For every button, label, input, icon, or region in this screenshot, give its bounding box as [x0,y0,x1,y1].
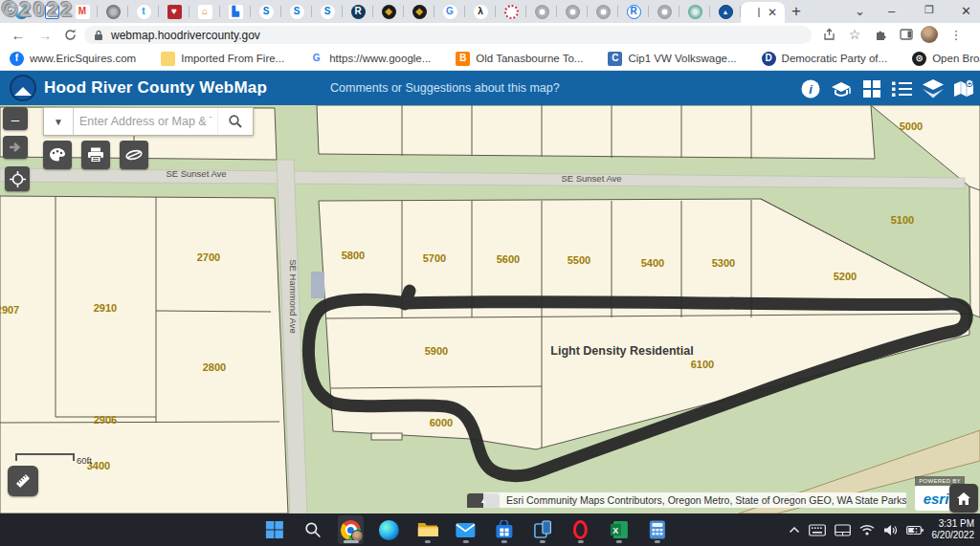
tray-chevron-icon[interactable] [789,526,800,534]
back-icon[interactable]: ← [10,26,27,43]
mail-icon[interactable] [453,515,479,544]
extensions-icon[interactable] [873,26,890,43]
share-icon[interactable] [821,26,838,43]
bookmark-item[interactable]: BOld Tanasbourne To... [456,52,583,66]
democrat-icon: D [762,52,776,66]
map-label: 5300 [712,257,735,269]
pinned-tab-chromium[interactable] [557,0,588,23]
map-label: 5900 [425,345,448,357]
forward-icon[interactable]: → [36,26,54,43]
bookmark-star-icon[interactable]: ☆ [846,26,863,43]
pinned-tab-orange-home[interactable]: ⌂ [189,0,220,23]
pinned-tab-skype-s[interactable]: S [281,0,312,23]
search-button[interactable] [300,515,325,544]
bookmark-item[interactable]: Ghttps://www.google... [309,52,431,66]
bookmark-item[interactable]: ⊙Open Broadcaster S... [912,52,980,66]
battery-icon[interactable] [906,525,924,535]
search-dropdown-icon[interactable]: ▼ [44,108,74,135]
system-tray: 3:31 PM 6/20/2022 [789,518,975,542]
reload-icon[interactable] [61,26,78,43]
pinned-tab-blue-r[interactable]: R [618,0,649,23]
info-button[interactable]: i [797,76,823,101]
measure-button[interactable] [8,466,38,496]
tab-search-icon[interactable]: ⌄ [855,4,865,18]
folder-icon [161,52,175,66]
pinned-tab-skype-s[interactable]: S [312,0,343,23]
swipe-tool-button[interactable] [120,141,148,169]
window-close-icon[interactable]: ✕ [961,4,971,18]
legend-button[interactable] [889,76,915,101]
pinned-tab-red-ring[interactable] [496,0,526,23]
side-panel-icon[interactable] [898,26,915,43]
file-explorer-icon[interactable] [414,515,440,544]
draw-palette-button[interactable] [43,141,72,169]
active-tab[interactable]: ✕ [741,2,785,23]
pinned-tab-black-gold[interactable]: ◆ [404,0,434,23]
pinned-tab-navy-r[interactable]: R [343,0,373,23]
attribution-text: Esri Community Maps Contributors, Oregon… [483,492,906,508]
search-input[interactable] [74,108,217,135]
map-label: 5200 [834,271,857,282]
pinned-tab-chromium[interactable] [526,0,557,23]
print-button[interactable] [81,141,110,169]
locate-button[interactable] [5,166,30,191]
store-icon[interactable] [491,515,517,544]
pinned-tab-black-gold[interactable]: ◆ [373,0,404,23]
gmail-favicon: M [76,5,90,19]
new-tab-button[interactable]: + [791,2,801,21]
map-export-button[interactable]: + [950,76,976,101]
pinned-tab-teal-globe[interactable] [679,0,710,23]
skype-s-favicon: S [321,5,335,19]
taskbar-clock[interactable]: 3:31 PM 6/20/2022 [932,518,975,542]
layers-button[interactable] [920,76,946,101]
pinned-tab-google[interactable]: G [434,0,465,23]
address-bar[interactable]: webmap.hoodrivercounty.gov [84,26,812,44]
excel-icon[interactable]: X [606,515,632,544]
maximize-icon[interactable]: ❐ [924,4,934,16]
pinned-tab-gray-globe[interactable] [98,0,128,23]
chromium-favicon [535,5,549,19]
pinned-tab-chromium[interactable] [649,0,679,23]
parcel-block-topcenter [317,105,875,159]
volume-icon[interactable] [883,524,898,536]
search-button[interactable] [217,108,253,135]
pinned-tab-twitter[interactable]: t [128,0,159,23]
your-phone-icon[interactable] [529,515,555,544]
forward-extent-button[interactable] [3,136,28,159]
start-button[interactable] [261,515,287,544]
pinned-tab-blue-chart[interactable]: ▙ [220,0,251,23]
bookmark-label: Democratic Party of... [782,53,888,64]
zoom-out-button[interactable]: – [3,107,28,130]
comments-link[interactable]: Comments or Suggestions about this map? [330,81,560,95]
bookmark-item[interactable]: DDemocratic Party of... [762,52,888,66]
bookmark-item[interactable]: fwww.EricSquires.com [10,52,136,66]
pinned-tab-chromium[interactable] [588,0,618,23]
minimize-icon[interactable]: – [888,4,895,18]
black-gold-favicon: ◆ [412,5,427,19]
touchpad-icon[interactable] [835,524,851,536]
profile-avatar[interactable] [921,26,938,43]
home-extent-button[interactable] [949,484,978,513]
edge-icon[interactable] [376,515,402,544]
tour-button[interactable] [828,76,854,101]
tab-strip: 20Mt♥⌂▙SSSR◆◆GλR▲ ✕ + ⌄ – ❐ ✕ ©2022 [0,0,980,23]
touch-keyboard-icon[interactable] [809,524,826,536]
bookmark-label: https://www.google... [329,53,431,64]
pinned-tab-red-heart[interactable]: ♥ [159,0,189,23]
pinned-tab-runner[interactable]: λ [465,0,496,23]
chrome-icon[interactable] [338,515,364,544]
wifi-icon[interactable] [859,524,875,535]
bookmark-item[interactable]: CCip1 VW Volkswage... [608,52,736,66]
pinned-tab-skype-s[interactable]: S [251,0,281,23]
clock-time: 3:31 PM [932,518,975,531]
basemap-gallery-button[interactable] [858,76,884,101]
browser-menu-icon[interactable]: ⋮ [947,26,965,43]
calculator-icon[interactable] [644,515,670,544]
bookmark-item[interactable]: Imported From Fire... [161,52,284,66]
map-label: 6100 [691,359,714,370]
map-label: 5500 [568,254,590,266]
tab-close-icon[interactable]: ✕ [768,7,777,18]
opera-icon[interactable] [568,515,593,544]
map-canvas[interactable]: 5000510052005800570056005500540053005900… [0,105,980,513]
pinned-tab-hood-river-county[interactable]: ▲ [710,0,741,23]
